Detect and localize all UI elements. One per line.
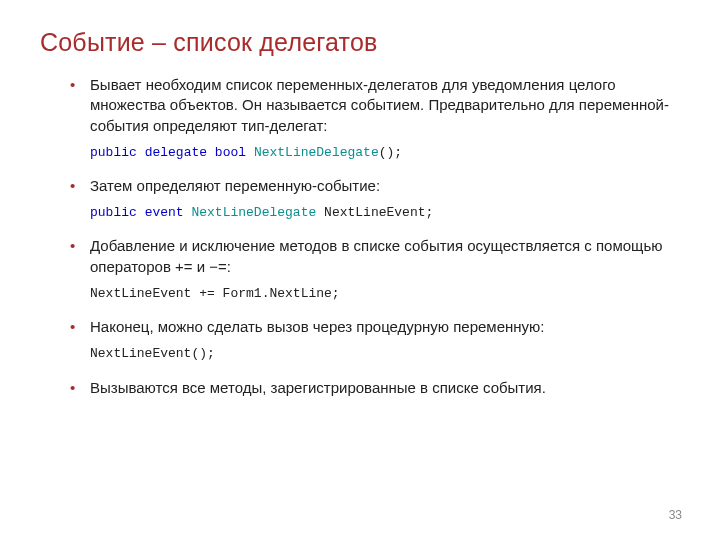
code-token: NextLineEvent; — [324, 205, 433, 220]
code-token: public — [90, 145, 137, 160]
code-token: NextLineEvent(); — [90, 346, 215, 361]
code-token — [207, 145, 215, 160]
bullet-text: Вызываются все методы, зарегистрированны… — [90, 379, 546, 396]
bullet-text: Затем определяют переменную-событие: — [90, 177, 380, 194]
bullet-text: Бывает необходим список переменных-делег… — [90, 76, 669, 134]
code-block: public event NextLineDelegate NextLineEv… — [90, 204, 680, 222]
code-token: event — [145, 205, 184, 220]
list-item: Бывает необходим список переменных-делег… — [70, 75, 680, 162]
list-item: Наконец, можно сделать вызов через проце… — [70, 317, 680, 363]
code-token — [246, 145, 254, 160]
code-token: NextLineEvent += Form1.NextLine; — [90, 286, 340, 301]
page-number: 33 — [669, 508, 682, 522]
code-block: NextLineEvent += Form1.NextLine; — [90, 285, 680, 303]
bullet-text: Добавление и исключение методов в списке… — [90, 237, 662, 274]
code-token: NextLineDelegate — [254, 145, 379, 160]
code-token: delegate — [145, 145, 207, 160]
list-item: Вызываются все методы, зарегистрированны… — [70, 378, 680, 398]
code-token: (); — [379, 145, 402, 160]
code-token — [137, 145, 145, 160]
code-token: bool — [215, 145, 246, 160]
bullet-list: Бывает необходим список переменных-делег… — [40, 75, 680, 398]
code-block: NextLineEvent(); — [90, 345, 680, 363]
slide-title: Событие – список делегатов — [40, 28, 680, 57]
code-token — [316, 205, 324, 220]
bullet-text: Наконец, можно сделать вызов через проце… — [90, 318, 544, 335]
list-item: Добавление и исключение методов в списке… — [70, 236, 680, 303]
code-block: public delegate bool NextLineDelegate(); — [90, 144, 680, 162]
slide: Событие – список делегатов Бывает необхо… — [0, 0, 720, 540]
code-token: public — [90, 205, 137, 220]
code-token — [137, 205, 145, 220]
code-token: NextLineDelegate — [191, 205, 316, 220]
list-item: Затем определяют переменную-событие: pub… — [70, 176, 680, 222]
